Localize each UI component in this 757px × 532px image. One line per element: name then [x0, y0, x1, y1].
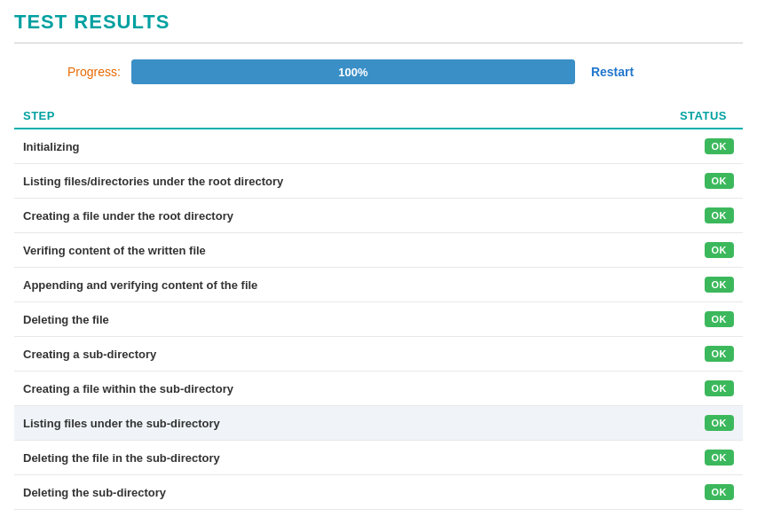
row-step-text: Creating a sub-directory	[23, 348, 156, 361]
ok-badge: OK	[705, 277, 735, 293]
table-row: Deleting the fileOK	[14, 302, 743, 337]
progress-label: Progress:	[67, 65, 121, 79]
progress-bar-fill: 100%	[131, 59, 575, 84]
table-row: InitializingOK	[14, 129, 743, 164]
row-step-text: Deleting the file	[23, 313, 109, 326]
ok-badge: OK	[705, 450, 735, 466]
row-step-text: Initializing	[23, 140, 80, 153]
row-step-text: Listing files/directories under the root…	[23, 175, 283, 188]
progress-row: Progress: 100% Restart	[14, 59, 743, 84]
table-row: Deleting the file in the sub-directoryOK	[14, 441, 743, 475]
progress-label-p: P	[67, 65, 75, 79]
table-row: Listing files/directories under the root…	[14, 164, 743, 199]
row-step-text: Listing files under the sub-directory	[23, 417, 220, 430]
row-step-text: Deleting the sub-directory	[23, 486, 166, 499]
progress-label-rest: rogress:	[75, 65, 121, 79]
progress-bar-container: 100%	[131, 59, 575, 84]
table-row: Appending and verifying content of the f…	[14, 268, 743, 302]
ok-badge: OK	[705, 380, 735, 396]
row-step-text: Creating a file under the root directory	[23, 209, 233, 223]
top-divider	[14, 43, 743, 43]
col-step-header: STEP	[23, 109, 55, 122]
restart-button[interactable]: Restart	[591, 65, 634, 79]
ok-badge: OK	[705, 138, 735, 154]
row-step-text: Appending and verifying content of the f…	[23, 278, 257, 292]
table-row: Creating a sub-directoryOK	[14, 337, 743, 372]
col-status-header: STATUS	[680, 109, 734, 122]
progress-value: 100%	[338, 66, 367, 79]
ok-badge: OK	[705, 346, 735, 362]
table-rows: InitializingOKListing files/directories …	[14, 129, 743, 510]
ok-badge: OK	[705, 242, 735, 258]
ok-badge: OK	[705, 415, 735, 431]
page-title: TEST RESULTS	[14, 11, 743, 34]
ok-badge: OK	[705, 484, 735, 500]
row-step-text: Creating a file within the sub-directory	[23, 382, 233, 395]
row-step-text: Deleting the file in the sub-directory	[23, 451, 220, 465]
table-row: Deleting the sub-directoryOK	[14, 475, 743, 510]
table-row: Creating a file under the root directory…	[14, 199, 743, 233]
table-row: Verifing content of the written fileOK	[14, 233, 743, 268]
row-step-text: Verifing content of the written file	[23, 244, 206, 257]
main-container: TEST RESULTS Progress: 100% Restart STEP…	[0, 0, 757, 532]
table-row: Listing files under the sub-directoryOK	[14, 406, 743, 441]
ok-badge: OK	[705, 311, 735, 327]
ok-badge: OK	[705, 173, 735, 189]
table-header: STEP STATUS	[14, 104, 743, 129]
table-row: Creating a file within the sub-directory…	[14, 372, 743, 406]
ok-badge: OK	[705, 207, 735, 223]
